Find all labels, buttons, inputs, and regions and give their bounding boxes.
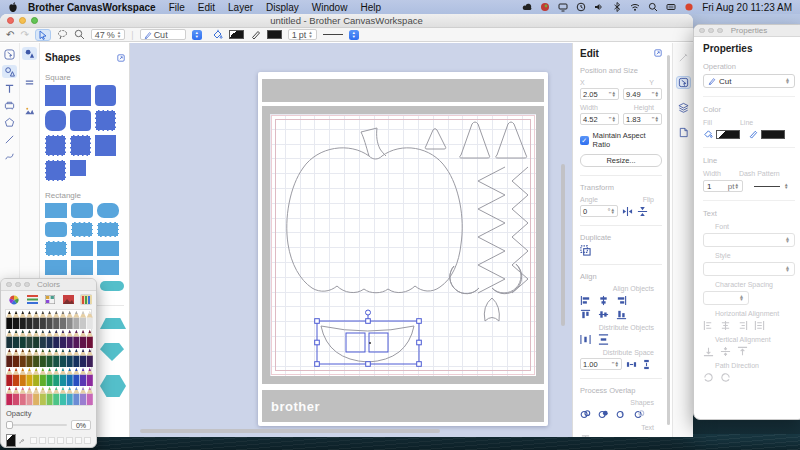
shapes-category-tab[interactable] (22, 47, 37, 60)
color-pencils-tab[interactable] (80, 294, 92, 305)
y-stepper[interactable]: ▲▼ (655, 91, 659, 97)
collapse-panel-icon[interactable] (117, 48, 125, 66)
record-status-icon[interactable] (684, 2, 694, 12)
intersect-icon[interactable] (616, 409, 627, 420)
rectangle-tile-2[interactable] (71, 203, 93, 218)
dash-pattern-select[interactable]: ▲▼ (751, 180, 795, 192)
eyedropper-icon[interactable] (19, 436, 24, 446)
menu-clock[interactable]: Fri Aug 20 11:23 AM (702, 2, 792, 13)
rectangle-tile-11[interactable] (71, 260, 93, 275)
rectangle-tile-9[interactable] (97, 241, 119, 256)
x-field[interactable]: 2.05"▲▼ (580, 88, 619, 100)
edit-panel-scrollbar[interactable] (667, 55, 670, 425)
zoom-tool-button[interactable] (74, 29, 85, 40)
rectangle-tile-5[interactable] (71, 222, 93, 237)
color-image-tab[interactable] (62, 294, 74, 305)
app-status-icon[interactable] (540, 2, 550, 12)
distribute-vertical-icon[interactable] (598, 334, 609, 345)
angle-stepper[interactable]: ▲▼ (611, 208, 615, 214)
swatch-cell-7[interactable] (84, 437, 92, 445)
operation-select[interactable]: Cut ▲▼ (703, 74, 795, 88)
swatch-cell-1[interactable] (30, 437, 38, 445)
square-tile-8[interactable] (70, 135, 91, 156)
text-align-center-icon[interactable] (720, 320, 731, 331)
font-select[interactable]: ▲▼ (703, 233, 795, 247)
line-color-swatch[interactable] (761, 130, 785, 139)
menu-file[interactable]: File (169, 2, 185, 13)
line-pen-icon[interactable] (250, 29, 261, 40)
weld-icon[interactable] (580, 409, 591, 420)
zoom-level-field[interactable]: 47 % ▲▼ (91, 29, 126, 40)
path-direction-ccw-icon[interactable] (720, 372, 731, 383)
flip-vertical-icon[interactable] (637, 206, 648, 217)
path-direction-cw-icon[interactable] (703, 372, 714, 383)
shapes-tool[interactable] (2, 65, 17, 78)
color-wheel-tab[interactable] (8, 294, 20, 305)
shape-tile-pill[interactable] (100, 281, 124, 291)
rectangle-tile-10[interactable] (45, 260, 67, 275)
fill-color-swatch[interactable] (229, 30, 244, 39)
cutting-mat[interactable]: brother (258, 72, 548, 426)
y-field[interactable]: 9.49"▲▼ (623, 88, 662, 100)
lines-category-tab[interactable] (22, 76, 37, 89)
align-bottom-icon[interactable] (616, 309, 627, 320)
undo-button[interactable]: ↶ (6, 30, 14, 40)
swatch-cell-3[interactable] (48, 437, 56, 445)
mat-grid-area[interactable] (270, 114, 536, 376)
square-tile-6[interactable] (95, 110, 116, 131)
wifi-status-icon[interactable] (630, 2, 640, 12)
square-tile-7[interactable] (45, 135, 66, 156)
menu-display[interactable]: Display (266, 2, 299, 13)
title-bar[interactable]: untitled - Brother CanvasWorkspace (0, 14, 693, 28)
display-status-icon[interactable] (558, 2, 568, 12)
space-horizontal-icon[interactable] (626, 359, 637, 370)
artboard-tab[interactable] (676, 51, 691, 64)
width-stepper[interactable]: ▲▼ (612, 116, 616, 122)
line-color-control[interactable] (748, 129, 785, 139)
layers-tab[interactable] (676, 101, 691, 114)
shape-tile-hexagon[interactable] (100, 375, 126, 397)
text-tool[interactable] (2, 82, 17, 95)
canvas-vertical-scrollbar[interactable] (561, 164, 565, 326)
style-select[interactable]: ▲▼ (703, 262, 795, 276)
text-justify-icon[interactable] (754, 320, 765, 331)
dash-pattern-stepper[interactable]: ▲▼ (784, 183, 788, 189)
rectangle-tile-1[interactable] (45, 203, 67, 218)
select-tool-button[interactable] (35, 29, 51, 41)
edit-collapse-panel-icon[interactable] (654, 49, 662, 59)
fill-color-control[interactable] (703, 129, 740, 139)
line-tool[interactable] (2, 133, 17, 146)
apple-menu-icon[interactable] (8, 2, 18, 13)
menu-app-name[interactable]: Brother CanvasWorkspace (28, 2, 156, 13)
spotlight-search-icon[interactable] (648, 2, 658, 12)
text-align-top-icon[interactable] (737, 346, 748, 357)
fill-bucket-icon[interactable] (212, 29, 223, 40)
rectangle-tile-3[interactable] (97, 203, 119, 218)
line-style-stepper[interactable]: ▲▼ (349, 30, 359, 40)
clock-status-icon[interactable] (576, 2, 586, 12)
distribute-space-stepper[interactable]: ▲▼ (615, 361, 619, 367)
shape-tile-pentagon[interactable] (100, 343, 124, 361)
color-sliders-tab[interactable] (26, 294, 38, 305)
keyboard-status-icon[interactable] (666, 2, 676, 12)
align-top-icon[interactable] (580, 309, 591, 320)
align-right-icon[interactable] (616, 295, 627, 306)
machine-tool[interactable] (2, 99, 17, 112)
height-field[interactable]: 1.83"▲▼ (623, 113, 662, 125)
page-tab[interactable] (676, 126, 691, 139)
resize-button[interactable]: Resize... (580, 154, 662, 167)
exclude-icon[interactable] (634, 409, 645, 420)
text-align-bottom-icon[interactable] (703, 346, 714, 357)
text-align-middle-icon[interactable] (720, 346, 731, 357)
line-width-field[interactable]: 1 pt ▲▼ (288, 29, 317, 40)
shape-tile-trapezoid[interactable] (100, 318, 126, 329)
square-tile-9[interactable] (95, 135, 116, 156)
char-spacing-field[interactable]: ▲▼ (703, 291, 749, 305)
x-stepper[interactable]: ▲▼ (612, 91, 616, 97)
distribute-space-field[interactable]: 1.00"▲▼ (580, 358, 622, 370)
swatch-cell-2[interactable] (39, 437, 47, 445)
properties-title-bar[interactable]: Properties (694, 25, 800, 37)
line-width-stepper[interactable]: ▲▼ (308, 31, 312, 37)
square-tile-2[interactable] (70, 85, 91, 106)
operation-dropdown-stepper[interactable]: ▲▼ (192, 30, 202, 40)
